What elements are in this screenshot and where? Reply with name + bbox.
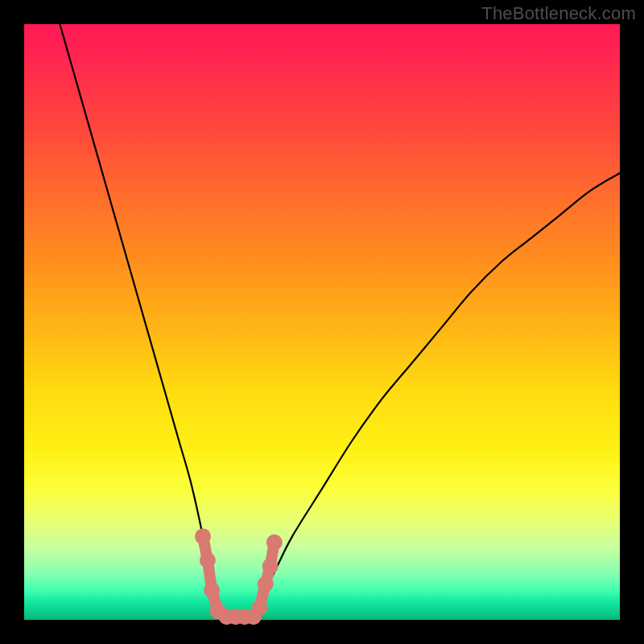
bottleneck-curve xyxy=(60,24,620,621)
highlight-marker xyxy=(266,535,283,551)
highlight-marker xyxy=(204,582,220,598)
watermark-text: TheBottleneck.com xyxy=(481,3,636,24)
highlight-marker xyxy=(262,558,279,574)
chart-frame: TheBottleneck.com xyxy=(0,0,644,644)
highlight-marker xyxy=(200,552,216,568)
highlight-marker xyxy=(195,528,211,544)
chart-svg xyxy=(24,24,620,620)
highlight-marker xyxy=(258,576,274,592)
highlight-marker xyxy=(251,600,267,616)
